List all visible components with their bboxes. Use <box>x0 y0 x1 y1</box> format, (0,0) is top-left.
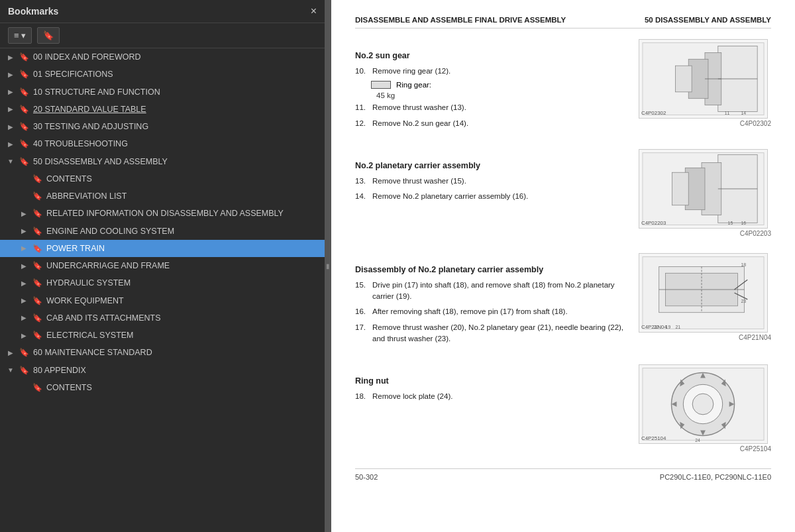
bookmark-item-bm-30[interactable]: 🔖30 TESTING AND ADJUSTING <box>0 118 325 135</box>
step-number: 12. <box>355 118 368 129</box>
bookmark-item-bm-80[interactable]: 🔖80 APPENDIX <box>0 362 325 379</box>
bookmark-icon: 🔖 <box>32 331 42 340</box>
bookmark-label: ENGINE AND COOLING SYSTEM <box>46 226 174 237</box>
bookmark-icon: 🔖 <box>19 105 29 114</box>
diagram-image: 24 C4P25104 <box>639 364 768 444</box>
svg-text:15: 15 <box>728 221 733 225</box>
bookmark-item-bm-50-abbrev[interactable]: 🔖ABBREVIATION LIST <box>0 187 325 205</box>
bookmark-item-bm-50-cab[interactable]: 🔖CAB AND ITS ATTACHMENTS <box>0 309 325 327</box>
bookmark-label: CONTENTS <box>46 382 92 393</box>
expand-icon[interactable] <box>5 158 16 165</box>
bookmark-icon: 🔖 <box>32 313 42 323</box>
bookmark-label: 40 TROUBLESHOOTING <box>33 138 128 149</box>
bookmark-item-bm-50-power[interactable]: 🔖POWER TRAIN <box>0 240 325 257</box>
expand-icon[interactable] <box>5 88 16 95</box>
section-title: No.2 planetary carrier assembly <box>355 161 625 170</box>
section-title: Ring nut <box>355 376 625 386</box>
bookmark-icon: 🔖 <box>19 348 29 357</box>
step-number: 11. <box>355 102 368 113</box>
step-number: 14. <box>355 191 368 202</box>
expand-icon[interactable] <box>19 314 29 321</box>
svg-text:14: 14 <box>741 111 746 115</box>
bookmark-icon: 🔖 <box>19 52 29 62</box>
bookmark-item-bm-60[interactable]: 🔖60 MAINTENANCE STANDARD <box>0 344 325 361</box>
expand-icon[interactable] <box>5 71 16 78</box>
section-title: Disassembly of No.2 planetary carrier as… <box>355 265 625 274</box>
bookmark-item-bm-50-elec[interactable]: 🔖ELECTRICAL SYSTEM <box>0 327 325 344</box>
text-column: Disassembly of No.2 planetary carrier as… <box>355 253 625 348</box>
step-item: 15.Drive pin (17) into shaft (18), and r… <box>355 280 625 303</box>
diagram-image: 20 19 21 18 23 C4P21N04 <box>639 253 768 333</box>
expand-icon[interactable] <box>5 140 16 148</box>
bookmark-icon: 🔖 <box>19 157 29 166</box>
expand-icon[interactable] <box>5 105 16 113</box>
bookmark-icon: 🔖 <box>32 174 42 184</box>
close-button[interactable]: × <box>311 5 317 17</box>
step-text: Remove lock plate (24). <box>372 391 452 402</box>
bookmark-item-bm-00[interactable]: 🔖00 INDEX AND FOREWORD <box>0 48 325 66</box>
svg-text:C4P21N04: C4P21N04 <box>641 324 667 330</box>
expand-icon[interactable] <box>5 123 16 131</box>
step-item: 13.Remove thrust washer (15). <box>355 176 625 187</box>
bookmark-icon-button[interactable]: 🔖 <box>37 27 60 44</box>
bookmark-item-bm-20[interactable]: 🔖20 STANDARD VALUE TABLE <box>0 101 325 118</box>
panel-divider[interactable]: ▮ <box>325 0 331 532</box>
bookmark-item-bm-50-contents[interactable]: 🔖CONTENTS <box>0 170 325 187</box>
bookmark-icon: 🔖 <box>19 87 29 97</box>
bookmark-label: 30 TESTING AND ADJUSTING <box>33 121 148 132</box>
bookmark-item-bm-50-work[interactable]: 🔖WORK EQUIPMENT <box>0 292 325 309</box>
image-column: 20 19 21 18 23 C4P21N04 C4P21N04 <box>639 253 771 348</box>
svg-text:24: 24 <box>695 438 700 443</box>
text-column: No.2 sun gear10.Remove ring gear (12).Ri… <box>355 39 625 133</box>
bookmark-item-bm-50-hydraulic[interactable]: 🔖HYDRAULIC SYSTEM <box>0 274 325 292</box>
bookmark-label: 50 DISASSEMBLY AND ASSEMBLY <box>33 156 168 167</box>
expand-icon[interactable] <box>5 54 16 61</box>
sidebar-header: Bookmarks × <box>0 0 325 23</box>
bookmark-icon: 🔖 <box>32 383 42 392</box>
step-item: 10.Remove ring gear (12). <box>355 66 625 77</box>
svg-rect-4 <box>675 66 692 92</box>
expand-icon[interactable] <box>19 280 29 287</box>
bookmark-label: 60 MAINTENANCE STANDARD <box>33 347 152 358</box>
step-item: 11.Remove thrust washer (13). <box>355 102 625 113</box>
expand-icon[interactable] <box>19 244 29 252</box>
model-number: PC290LC-11E0, PC290NLC-11E0 <box>660 473 771 481</box>
section-sec-disassembly: Disassembly of No.2 planetary carrier as… <box>355 253 771 348</box>
expand-icon[interactable] <box>5 349 16 356</box>
expand-icon[interactable] <box>19 297 29 304</box>
step-number: 16. <box>355 306 368 317</box>
section-title: No.2 sun gear <box>355 51 625 60</box>
bookmark-item-bm-80-contents[interactable]: 🔖CONTENTS <box>0 379 325 396</box>
bookmark-icon: 🔖 <box>32 278 42 288</box>
step-text: Remove ring gear (12). <box>372 66 450 77</box>
expand-icon[interactable] <box>19 262 29 270</box>
svg-text:18: 18 <box>741 262 746 267</box>
bookmark-item-bm-50-related[interactable]: 🔖RELATED INFORMATION ON DISASSEMBLY AND … <box>0 205 325 222</box>
expand-icon[interactable] <box>5 366 16 374</box>
step-text: After removing shaft (18), remove pin (1… <box>372 306 568 317</box>
step-item: 16.After removing shaft (18), remove pin… <box>355 306 625 317</box>
image-column: 14 11 C4P02302 C4P02302 <box>639 39 771 133</box>
svg-text:16: 16 <box>741 221 746 225</box>
text-column: Ring nut18.Remove lock plate (24). <box>355 364 625 452</box>
bookmark-icon: 🔖 <box>32 191 42 201</box>
bookmark-label: ELECTRICAL SYSTEM <box>46 330 134 341</box>
diagram-caption: C4P25104 <box>639 445 771 452</box>
bookmark-item-bm-50-under[interactable]: 🔖UNDERCARRIAGE AND FRAME <box>0 257 325 274</box>
step-item: 18.Remove lock plate (24). <box>355 391 625 402</box>
bookmark-icon: 🔖 <box>32 244 42 253</box>
bookmark-item-bm-40[interactable]: 🔖40 TROUBLESHOOTING <box>0 135 325 152</box>
bookmark-item-bm-01[interactable]: 🔖01 SPECIFICATIONS <box>0 66 325 83</box>
sidebar-toolbar: ≡ ▾ 🔖 <box>0 23 325 48</box>
bookmark-item-bm-50[interactable]: 🔖50 DISASSEMBLY AND ASSEMBLY <box>0 153 325 170</box>
bookmark-item-bm-50-engine[interactable]: 🔖ENGINE AND COOLING SYSTEM <box>0 223 325 240</box>
view-options-button[interactable]: ≡ ▾ <box>8 27 32 44</box>
expand-icon[interactable] <box>19 332 29 339</box>
bookmark-label: 00 INDEX AND FOREWORD <box>33 52 141 62</box>
image-column: 16 15 C4P02203 C4P02203 <box>639 149 771 237</box>
image-column: 24 C4P25104 C4P25104 <box>639 364 771 452</box>
expand-icon[interactable] <box>19 227 29 235</box>
expand-icon[interactable] <box>19 210 29 217</box>
bookmark-item-bm-10[interactable]: 🔖10 STRUCTURE AND FUNCTION <box>0 83 325 101</box>
bookmark-label: WORK EQUIPMENT <box>46 295 124 306</box>
